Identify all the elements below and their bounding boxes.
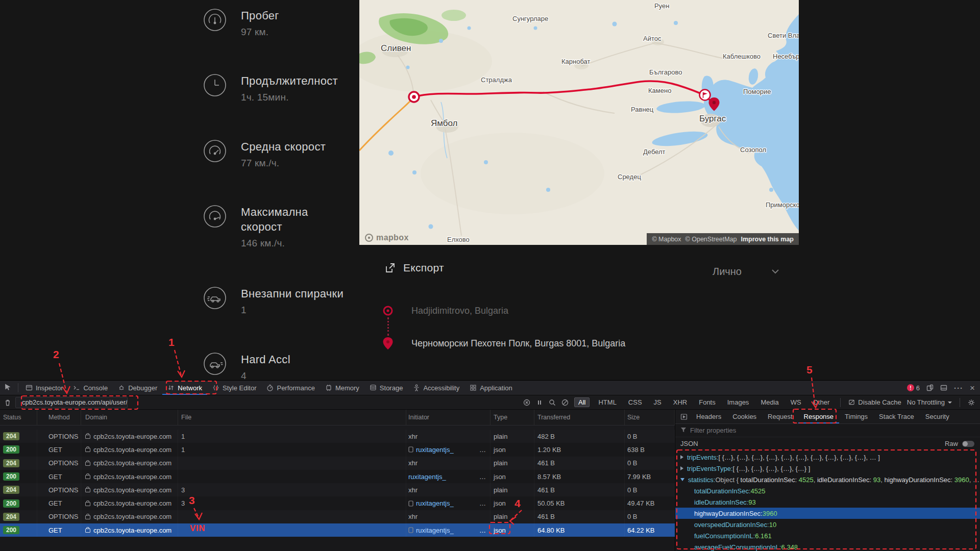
json-prop[interactable]: averageFuelConsumptionInL: 6.348	[675, 541, 980, 551]
debugger-icon	[118, 384, 125, 391]
request-row[interactable]: 204 OPTIONS cpb2cs.toyota-europe.com xhr…	[0, 510, 675, 523]
request-row[interactable]: 200 GET cpb2cs.toyota-europe.com ruxitag…	[0, 470, 675, 483]
column-domain[interactable]: Domain	[81, 410, 178, 425]
expand-arrow-icon[interactable]	[680, 455, 683, 459]
column-file[interactable]: File	[178, 410, 406, 425]
close-devtools-icon[interactable]: ×	[970, 384, 975, 392]
filter-pill-images[interactable]: Images	[724, 397, 752, 407]
request-row-selected[interactable]: 200 GET cpb2cs.toyota-europe.com ruxitag…	[0, 523, 675, 537]
request-row[interactable]: 200 GET cpb2cs.toyota-europe.com 3 ruxit…	[0, 496, 675, 510]
lock-icon	[85, 529, 90, 533]
search-icon[interactable]	[549, 399, 556, 406]
column-initiator[interactable]: Initiator	[406, 410, 491, 425]
responsive-mode-icon[interactable]	[926, 384, 934, 391]
tab-accessibility[interactable]: Accessibility	[408, 381, 464, 395]
chevron-down-icon	[772, 269, 779, 274]
stat-value: 77 км./ч.	[241, 158, 326, 169]
initiator-link[interactable]: ruxitagentjs_	[408, 473, 446, 481]
trip-map[interactable]: Сливен Ямбол Бургас Руен Сунгурларе Свет…	[359, 0, 799, 245]
filter-pill-css[interactable]: CSS	[625, 397, 645, 407]
disable-cache-toggle[interactable]: Disable Cache	[848, 398, 901, 406]
clock-icon	[203, 73, 227, 97]
console-icon	[73, 384, 80, 391]
status-badge: 204	[3, 432, 19, 440]
attrib-mapbox[interactable]: © Mapbox	[652, 236, 681, 243]
filter-pill-js[interactable]: JS	[651, 397, 665, 407]
request-list: Status Method Domain File Initiator Type…	[0, 410, 675, 551]
column-method[interactable]: Method	[37, 410, 81, 425]
filter-pill-xhr[interactable]: XHR	[670, 397, 690, 407]
detail-tab-headers[interactable]: Headers	[691, 410, 727, 423]
tab-console[interactable]: Console	[68, 381, 113, 395]
tab-network[interactable]: Network	[162, 381, 207, 395]
privacy-dropdown[interactable]: Лично	[713, 266, 779, 278]
max-speed-icon	[203, 205, 227, 228]
request-row[interactable]: 204 OPTIONS cpb2cs.toyota-europe.com 3 x…	[0, 483, 675, 496]
screen: Пробег97 км. Продължителност1ч. 15мин. С…	[0, 0, 980, 551]
network-settings-gear-icon[interactable]	[968, 399, 975, 406]
detail-tab-security[interactable]: Security	[920, 410, 955, 423]
detail-tab-cookies[interactable]: Cookies	[727, 410, 762, 423]
initiator-link[interactable]: ruxitagentjs_	[416, 527, 454, 534]
tab-inspector[interactable]: Inspector	[20, 381, 68, 395]
json-node-tripeventstype[interactable]: tripEventsType: [ {…}, {…}, {…}, {…}, {……	[675, 463, 980, 474]
expand-arrow-icon[interactable]	[680, 466, 683, 470]
export-button[interactable]: Експорт	[384, 262, 444, 274]
block-request-icon[interactable]	[523, 399, 530, 406]
throttling-dropdown[interactable]: No Throttling	[907, 398, 952, 406]
chevron-down-icon	[948, 402, 952, 404]
request-row[interactable]: 200 GET cpb2cs.toyota-europe.com 1 ruxit…	[0, 443, 675, 456]
filter-pill-all[interactable]: All	[574, 397, 590, 407]
meatball-menu-icon[interactable]: ···	[954, 384, 963, 392]
tab-style-editor[interactable]: Style Editor	[207, 381, 261, 395]
column-size[interactable]: Size	[625, 410, 675, 425]
filter-pill-media[interactable]: Media	[757, 397, 781, 407]
attrib-osm[interactable]: © OpenStreetMap	[685, 236, 737, 243]
svg-text:Бургас: Бургас	[699, 114, 726, 123]
tab-application[interactable]: Application	[464, 381, 518, 395]
lock-icon	[85, 502, 90, 506]
tab-debugger[interactable]: Debugger	[113, 381, 162, 395]
json-prop[interactable]: overspeedDurationInSec: 10	[675, 519, 980, 530]
column-type[interactable]: Type	[491, 410, 534, 425]
detail-tab-request[interactable]: Request	[762, 410, 798, 423]
raw-toggle-switch[interactable]	[962, 441, 974, 447]
json-prop[interactable]: fuelConsumptionInL: 6.161	[675, 530, 980, 541]
pause-icon[interactable]	[536, 399, 543, 406]
json-prop-highlighted[interactable]: highwayDurationInSec: 3960	[675, 508, 980, 519]
split-console-icon[interactable]	[940, 384, 947, 391]
statistics-preview: Object { totalDurationInSec: 4525, idleD…	[715, 476, 980, 484]
tab-performance[interactable]: Performance	[261, 381, 320, 395]
filter-pill-fonts[interactable]: Fonts	[696, 397, 719, 407]
collapse-arrow-icon[interactable]	[680, 478, 684, 481]
throttle-slash-icon[interactable]	[561, 399, 569, 406]
svg-text:Каблешково: Каблешково	[723, 53, 761, 60]
request-row[interactable]: 204 OPTIONS cpb2cs.toyota-europe.com 1 x…	[0, 430, 675, 443]
error-count-badge[interactable]: ! 6	[907, 384, 920, 392]
initiator-link[interactable]: ruxitagentjs_	[416, 499, 454, 507]
url-filter-input[interactable]: cpb2cs.toyota-europe.com/api/user/	[15, 397, 128, 408]
tab-storage[interactable]: Storage	[364, 381, 408, 395]
column-status[interactable]: Status	[0, 410, 37, 425]
clear-requests-icon[interactable]	[0, 399, 15, 406]
initiator-link[interactable]: ruxitagentjs_	[416, 446, 454, 454]
pane-toggle-icon[interactable]	[675, 413, 691, 420]
json-node-tripevents[interactable]: tripEvents: [ {…}, {…}, {…}, {…}, {…}, {…	[675, 452, 980, 463]
request-row[interactable]: 204 OPTIONS cpb2cs.toyota-europe.com xhr…	[0, 457, 675, 470]
svg-text:Карнобат: Карнобат	[561, 58, 591, 65]
privacy-value: Лично	[713, 266, 742, 278]
json-node-statistics[interactable]: statistics: Object { totalDurationInSec:…	[675, 474, 980, 485]
detail-tab-stack-trace[interactable]: Stack Trace	[873, 410, 920, 423]
json-prop[interactable]: idleDurationInSec: 93	[675, 496, 980, 508]
column-transferred[interactable]: Transferred	[534, 410, 625, 425]
filter-pill-html[interactable]: HTML	[595, 397, 619, 407]
detail-tab-timings[interactable]: Timings	[839, 410, 873, 423]
detail-tab-response[interactable]: Response	[798, 410, 840, 423]
json-prop[interactable]: totalDurationInSec: 4525	[675, 485, 980, 496]
improve-map-link[interactable]: Improve this map	[741, 236, 794, 243]
filter-properties-input[interactable]: Filter properties	[675, 424, 980, 437]
filter-pill-other[interactable]: Other	[810, 397, 833, 407]
tab-memory[interactable]: Memory	[320, 381, 364, 395]
filter-pill-ws[interactable]: WS	[788, 397, 804, 407]
node-picker-icon[interactable]	[0, 383, 16, 392]
